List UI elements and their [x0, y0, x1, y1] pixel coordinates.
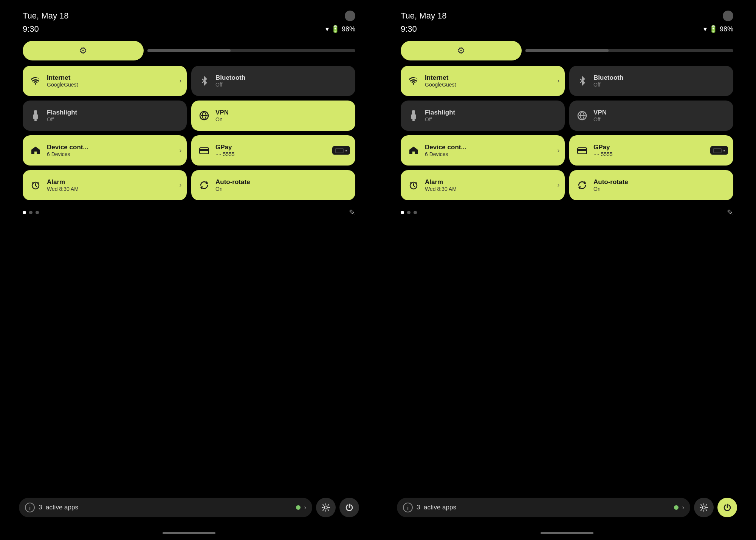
settings-button-right[interactable] — [694, 498, 714, 517]
svg-rect-5 — [200, 149, 209, 151]
tile-gpay-left[interactable]: GPay ···· 5555 ▪ — [191, 135, 355, 166]
tile-flashlight-left[interactable]: Flashlight Off — [23, 101, 187, 131]
alarm-text-right: Alarm Wed 8:30 AM — [425, 178, 457, 192]
apps-count-left: 3 — [39, 504, 42, 511]
status-icons-right: ▾ 🔋 98% — [703, 25, 733, 33]
edit-icon-right[interactable]: ✎ — [727, 208, 733, 217]
brightness-row-left: ⚙ — [23, 41, 355, 60]
alarm-subtitle-left: Wed 8:30 AM — [47, 186, 79, 192]
status-time-row-right: 9:30 ▾ 🔋 98% — [401, 24, 733, 41]
brightness-pill-left[interactable]: ⚙ — [23, 41, 144, 60]
info-icon-right: i — [403, 503, 413, 512]
dot-1-left[interactable] — [23, 211, 26, 214]
status-time-row-left: 9:30 ▾ 🔋 98% — [23, 24, 355, 41]
active-apps-pill-right[interactable]: i 3 active apps › — [397, 498, 690, 517]
tile-device-right[interactable]: Device cont... 6 Devices › — [401, 135, 565, 166]
internet-subtitle-left: GoogleGuest — [47, 82, 78, 88]
device-subtitle-right: 6 Devices — [425, 151, 466, 157]
power-button-left[interactable] — [339, 498, 359, 517]
tile-internet-right[interactable]: Internet GoogleGuest › — [401, 66, 565, 96]
page-dots-left — [23, 211, 39, 214]
gpay-subtitle-left: ···· 5555 — [215, 151, 235, 157]
vpn-title-left: VPN — [215, 109, 229, 116]
settings-button-left[interactable] — [316, 498, 336, 517]
tile-bluetooth-left[interactable]: Bluetooth Off — [191, 66, 355, 96]
bluetooth-text-right: Bluetooth Off — [593, 74, 623, 88]
tile-internet-left[interactable]: Internet GoogleGuest › — [23, 66, 187, 96]
power-button-right[interactable] — [717, 498, 737, 517]
tile-gpay-right[interactable]: GPay ···· 5555 ▪ — [569, 135, 733, 166]
device-text-left: Device cont... 6 Devices — [47, 144, 88, 157]
svg-rect-6 — [335, 148, 344, 153]
camera-dot-right — [723, 11, 733, 21]
brightness-slider-left[interactable] — [147, 49, 355, 52]
battery-icon-right: 🔋 — [709, 25, 717, 33]
wifi-icon-left — [29, 75, 42, 87]
tile-vpn-right[interactable]: VPN Off — [569, 101, 733, 131]
autorotate-text-left: Auto-rotate On — [215, 178, 250, 192]
edit-icon-left[interactable]: ✎ — [349, 208, 355, 217]
battery-pct-left: 98% — [342, 25, 355, 33]
apps-count-right: 3 — [417, 504, 420, 511]
tile-flashlight-right[interactable]: Flashlight Off — [401, 101, 565, 131]
bluetooth-text-left: Bluetooth Off — [215, 74, 245, 88]
dot-1-right[interactable] — [401, 211, 404, 214]
home-icon-right — [407, 144, 420, 156]
svg-rect-12 — [412, 119, 415, 121]
alarm-title-right: Alarm — [425, 178, 457, 186]
device-subtitle-left: 6 Devices — [47, 151, 88, 157]
info-icon-left: i — [25, 503, 35, 512]
vpn-icon-right — [576, 110, 588, 122]
dot-2-right[interactable] — [407, 211, 411, 214]
apps-label-right: active apps — [424, 504, 456, 511]
svg-point-9 — [324, 506, 327, 509]
active-apps-text-right: 3 active apps — [417, 504, 670, 511]
dot-2-left[interactable] — [29, 211, 33, 214]
tile-autorotate-left[interactable]: Auto-rotate On — [191, 170, 355, 200]
tile-autorotate-right[interactable]: Auto-rotate On — [569, 170, 733, 200]
autorotate-text-right: Auto-rotate On — [593, 178, 628, 192]
time-right: 9:30 — [401, 24, 417, 34]
card-icon-left — [198, 144, 210, 156]
vpn-title-right: VPN — [593, 109, 607, 116]
brightness-row-right: ⚙ — [401, 41, 733, 60]
active-apps-pill-left[interactable]: i 3 active apps › — [19, 498, 312, 517]
active-dot-right — [674, 505, 679, 510]
flashlight-subtitle-left: Off — [47, 116, 77, 122]
panels-container: Tue, May 18 9:30 ▾ 🔋 98% ⚙ — [0, 0, 756, 540]
alarm-icon-right — [407, 179, 420, 191]
dot-3-right[interactable] — [414, 211, 417, 214]
status-icons-left: ▾ 🔋 98% — [325, 25, 355, 33]
gpay-badge-right: ▪ — [710, 146, 728, 155]
gpay-text-left: GPay ···· 5555 — [215, 144, 235, 157]
home-icon-left — [29, 144, 42, 156]
tile-alarm-right[interactable]: Alarm Wed 8:30 AM › — [401, 170, 565, 200]
tiles-grid-right: Internet GoogleGuest › Bluetooth Off — [401, 66, 733, 200]
alarm-title-left: Alarm — [47, 178, 79, 186]
page-dots-right — [401, 211, 417, 214]
tile-bluetooth-right[interactable]: Bluetooth Off — [569, 66, 733, 96]
dot-3-left[interactable] — [36, 211, 39, 214]
alarm-chevron-right: › — [558, 182, 559, 189]
date-left: Tue, May 18 — [23, 11, 68, 21]
tile-vpn-left[interactable]: VPN On — [191, 101, 355, 131]
brightness-icon-right: ⚙ — [457, 45, 465, 56]
panel-left: Tue, May 18 9:30 ▾ 🔋 98% ⚙ — [0, 0, 378, 540]
internet-text-left: Internet GoogleGuest — [47, 74, 78, 88]
status-bar-right: Tue, May 18 — [401, 0, 733, 24]
wifi-status-icon-left: ▾ — [325, 25, 329, 33]
brightness-slider-right[interactable] — [525, 49, 733, 52]
alarm-subtitle-right: Wed 8:30 AM — [425, 186, 457, 192]
svg-point-19 — [702, 506, 705, 509]
tiles-grid-left: Internet GoogleGuest › Bluetooth Off — [23, 66, 355, 200]
flashlight-title-left: Flashlight — [47, 109, 77, 116]
bluetooth-title-right: Bluetooth — [593, 74, 623, 82]
tile-device-left[interactable]: Device cont... 6 Devices › — [23, 135, 187, 166]
internet-title-left: Internet — [47, 74, 78, 82]
vpn-icon-left — [198, 110, 210, 122]
vpn-text-left: VPN On — [215, 109, 229, 122]
flashlight-text-left: Flashlight Off — [47, 109, 77, 122]
gpay-title-right: GPay — [593, 144, 613, 151]
tile-alarm-left[interactable]: Alarm Wed 8:30 AM › — [23, 170, 187, 200]
brightness-pill-right[interactable]: ⚙ — [401, 41, 522, 60]
